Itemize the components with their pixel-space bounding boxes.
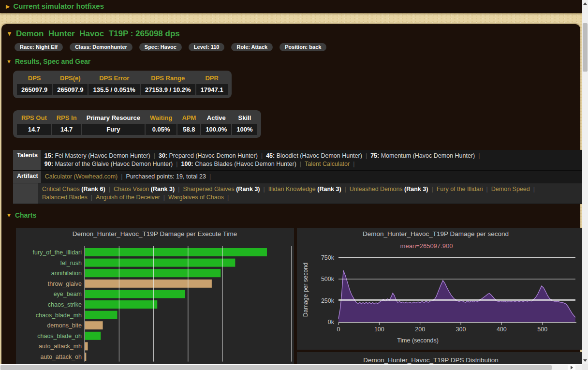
table-header-cell: RPS In bbox=[52, 113, 81, 124]
talents-row-content: 15: Fel Mastery (Havoc Demon Hunter)|30:… bbox=[41, 150, 588, 170]
dps-summary-table: DPSDPS(e)DPS ErrorDPS RangeDPR265097.926… bbox=[13, 71, 232, 98]
horizontal-scrollbar[interactable] bbox=[0, 364, 582, 370]
player-badge: Spec: Havoc bbox=[139, 43, 182, 51]
chart-text: 100 bbox=[374, 326, 384, 333]
chart-text: 0 bbox=[337, 326, 340, 333]
table-value-cell: 135.5 / 0.051% bbox=[88, 84, 139, 95]
chart-text: Demon_Hunter_Havoc_T19P Damage per Execu… bbox=[73, 230, 237, 237]
chart-text: chaos_blade_oh bbox=[37, 333, 82, 340]
separator-pipe: | bbox=[178, 186, 179, 192]
table-value-cell: 0.05% bbox=[146, 124, 176, 135]
artifact-points-text: Purchased points: 19, total 23 bbox=[126, 173, 206, 180]
bar bbox=[85, 342, 88, 350]
artifact-trait-link[interactable]: Chaos Vision bbox=[114, 186, 149, 192]
artifact-trait: Warglaives of Chaos bbox=[168, 194, 224, 201]
chart-text: mean=265097.900 bbox=[400, 242, 453, 250]
artifact-trait-link[interactable]: Fury of the Illidari bbox=[437, 186, 483, 192]
talent-entry: 15: Fel Mastery (Havoc Demon Hunter) bbox=[44, 152, 150, 159]
scroll-down-button[interactable] bbox=[582, 357, 588, 364]
player-panel: ▼Demon_Hunter_Havoc_T19P : 265098 dps Ra… bbox=[1, 24, 580, 370]
separator-pipe: | bbox=[533, 186, 535, 192]
bar bbox=[85, 290, 185, 298]
charts-heading-label: Charts bbox=[15, 211, 36, 219]
artifact-trait-link[interactable]: Sharpened Glaives bbox=[183, 186, 234, 192]
artifact-trait-link[interactable]: Critical Chaos bbox=[42, 186, 80, 192]
hotfixes-heading[interactable]: ▶Current simulator hotfixes bbox=[0, 0, 582, 11]
separator-pipe: | bbox=[353, 161, 354, 167]
chart-text: 0k bbox=[328, 319, 335, 326]
chart-text: 200 bbox=[415, 326, 425, 333]
separator-pipe: | bbox=[264, 186, 265, 192]
artifact-trait-link[interactable]: Balanced Blades bbox=[42, 194, 88, 201]
talent-tier: 75: bbox=[370, 152, 379, 159]
artifact-trait-link[interactable]: Warglaives of Chaos bbox=[168, 194, 224, 201]
separator-pipe: | bbox=[478, 152, 480, 159]
arrow-right-icon bbox=[571, 366, 573, 370]
damage-per-execute-chart-panel: Demon_Hunter_Havoc_T19P Damage per Execu… bbox=[16, 228, 294, 370]
talent-entry: 75: Momentum (Havoc Demon Hunter) bbox=[370, 152, 475, 159]
damage-per-second-area-chart: Demon_Hunter_Havoc_T19P Damage per secon… bbox=[297, 228, 584, 348]
artifact-trait: Anguish of the Deceiver bbox=[96, 194, 160, 201]
charts-row: Demon_Hunter_Havoc_T19P Damage per Execu… bbox=[16, 228, 580, 370]
resource-summary-table: RPS OutRPS InPrimary ResourceWaitingAPMA… bbox=[13, 110, 261, 138]
results-section-heading[interactable]: ▼Results, Spec and Gear bbox=[6, 58, 580, 66]
chart-text: auto_attack_oh bbox=[41, 354, 82, 360]
chart-text: 750k bbox=[321, 254, 335, 261]
artifact-calculator-link[interactable]: Calculator (Wowhead.com) bbox=[45, 173, 118, 180]
collapsed-arrow-icon: ▶ bbox=[6, 3, 10, 9]
separator-pipe: | bbox=[431, 186, 433, 192]
expanded-arrow-icon: ▼ bbox=[6, 30, 13, 37]
separator-pipe: | bbox=[261, 152, 263, 159]
separator-pipe: | bbox=[345, 186, 346, 192]
chart-text: Demon_Hunter_Havoc_T19P DPS Distribution bbox=[363, 356, 499, 364]
bar bbox=[85, 280, 212, 288]
table-value-cell: 14.7 bbox=[52, 124, 81, 135]
bar bbox=[85, 321, 103, 329]
artifact-trait-rank: (Rank 3) bbox=[151, 186, 175, 192]
chart-text: 300 bbox=[456, 326, 466, 333]
player-badge: Level: 110 bbox=[189, 43, 225, 51]
charts-section-heading[interactable]: ▼Charts bbox=[6, 211, 580, 220]
vertical-scrollbar-thumb[interactable] bbox=[583, 23, 588, 72]
player-badge: Position: back bbox=[279, 43, 326, 51]
scroll-up-button[interactable] bbox=[582, 0, 588, 7]
area-fill bbox=[338, 270, 575, 322]
chart-text: fury_of_the_illidari bbox=[33, 249, 82, 256]
artifact-trait: Fury of the Illidari bbox=[437, 186, 483, 192]
artifact-trait-link[interactable]: Demon Speed bbox=[491, 186, 530, 192]
table-header-cell: DPR bbox=[196, 73, 228, 84]
table-header-cell: DPS Range bbox=[141, 73, 195, 84]
player-badge: Race: Night Elf bbox=[15, 43, 63, 51]
player-title-heading[interactable]: ▼Demon_Hunter_Havoc_T19P : 265098 dps bbox=[6, 29, 580, 39]
player-title: Demon_Hunter_Havoc_T19P : 265098 dps bbox=[16, 29, 180, 38]
artifact-row-content: Calculator (Wowhead.com)|Purchased point… bbox=[41, 171, 588, 183]
talent-tier: 15: bbox=[44, 152, 53, 159]
table-value-cell: 265097.9 bbox=[53, 84, 88, 95]
bar bbox=[85, 353, 87, 361]
chart-text: demons_bite bbox=[47, 322, 82, 329]
table-header-cell: DPS bbox=[17, 73, 52, 84]
artifact-trait-link[interactable]: Unleashed Demons bbox=[350, 186, 403, 192]
expanded-arrow-icon: ▼ bbox=[6, 59, 12, 64]
chart-text: eye_beam bbox=[54, 291, 82, 297]
artifact-trait-link[interactable]: Illidari Knowledge bbox=[268, 186, 316, 192]
artifact-trait: Illidari Knowledge (Rank 3) bbox=[268, 186, 341, 192]
table-header-cell: DPS Error bbox=[88, 73, 139, 84]
artifact-trait-link[interactable]: Anguish of the Deceiver bbox=[96, 194, 160, 201]
horizontal-scrollbar-thumb[interactable] bbox=[0, 365, 552, 370]
talent-calculator-link[interactable]: Talent Calculator bbox=[305, 161, 350, 167]
chart-text: auto_attack_mh bbox=[39, 343, 82, 350]
vertical-scrollbar[interactable] bbox=[582, 0, 588, 364]
chart-text: Time (seconds) bbox=[397, 337, 439, 344]
artifact-trait: Demon Speed bbox=[491, 186, 530, 192]
table-header-cell: RPS Out bbox=[17, 113, 51, 124]
table-header-cell: Primary Resource bbox=[82, 113, 145, 124]
player-badge: Class: Demonhunter bbox=[70, 43, 132, 51]
hotfixes-title: Current simulator hotfixes bbox=[13, 2, 104, 10]
talent-entry: 30: Prepared (Havoc Demon Hunter) bbox=[159, 152, 258, 159]
talent-tier: 30: bbox=[159, 152, 167, 159]
scroll-right-button[interactable] bbox=[568, 365, 575, 370]
artifact-trait: Balanced Blades bbox=[42, 194, 88, 201]
chart-text: 250k bbox=[321, 297, 335, 304]
player-badges: Race: Night ElfClass: DemonhunterSpec: H… bbox=[15, 42, 580, 50]
